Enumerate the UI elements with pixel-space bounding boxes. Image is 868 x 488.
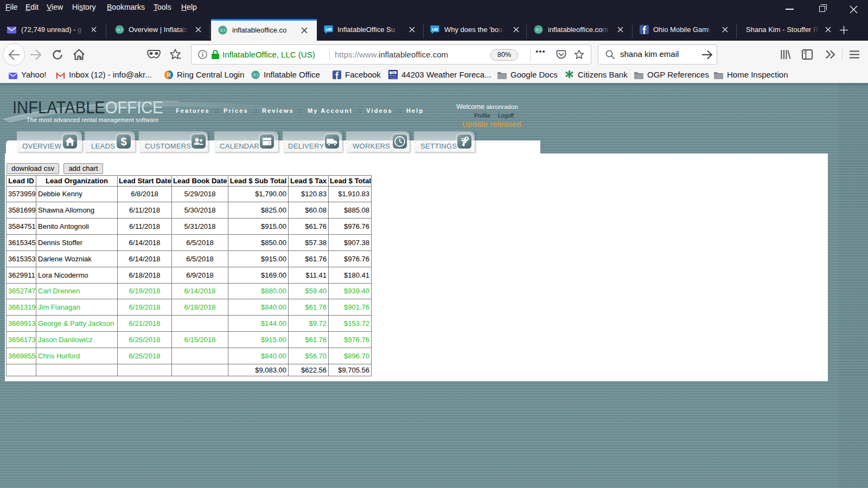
svg-text:UR: UR [432,27,438,32]
svg-text:IO: IO [536,27,541,33]
svg-text:3: 3 [268,142,270,145]
svg-text:IO: IO [117,27,122,33]
svg-text:The: The [391,71,395,74]
svg-text:$: $ [120,136,126,147]
svg-text:R: R [167,72,171,78]
svg-text:UR: UR [326,27,332,32]
svg-text:IO: IO [220,28,225,33]
svg-text:IO: IO [253,73,258,78]
svg-text:Channel: Channel [390,76,397,79]
